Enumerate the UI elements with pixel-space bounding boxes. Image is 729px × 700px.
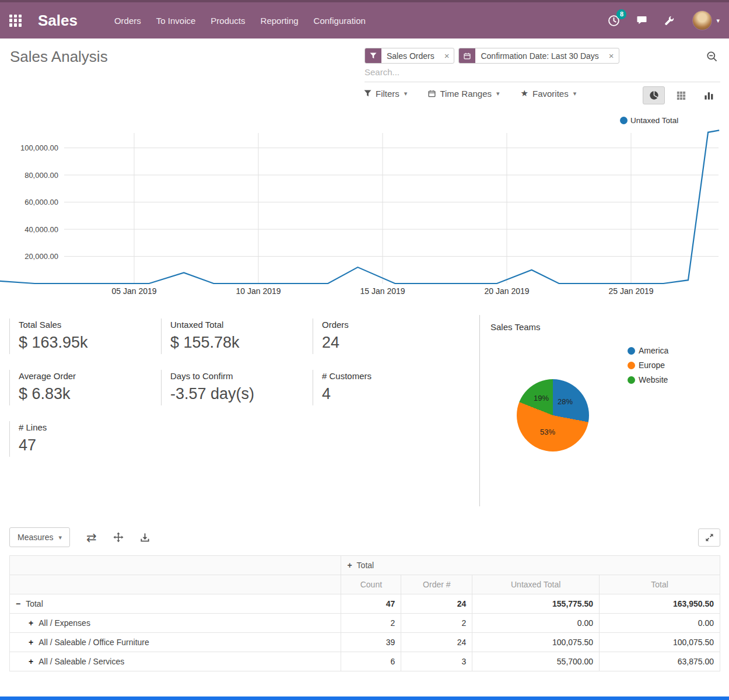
svg-text:10 Jan 2019: 10 Jan 2019 xyxy=(236,286,281,296)
svg-text:20,000.00: 20,000.00 xyxy=(24,252,58,261)
search-zone: Sales Orders × Confirmation Date: Last 3… xyxy=(365,48,720,82)
col-header-total[interactable]: Total xyxy=(600,575,720,594)
tools-wrench-icon[interactable] xyxy=(664,15,675,26)
legend-item-america[interactable]: America xyxy=(628,346,668,355)
sales-teams-legend: America Europe Website xyxy=(628,346,668,390)
pivot-col-group-row: +Total xyxy=(10,556,720,575)
stats-section: Total Sales $ 163.95k Untaxed Total $ 15… xyxy=(0,315,729,506)
chevron-down-icon: ▾ xyxy=(58,534,62,541)
expand-all-icon[interactable] xyxy=(113,532,124,542)
stat-untaxed-total[interactable]: Untaxed Total $ 155.78k xyxy=(161,318,304,354)
app-name[interactable]: Sales xyxy=(38,12,78,30)
expand-arrows-icon xyxy=(705,533,714,542)
filter-controls: Filters ▾ Time Ranges ▾ ★ Favorites ▾ xyxy=(364,88,576,99)
view-pivot-button[interactable] xyxy=(670,86,692,104)
search-input[interactable] xyxy=(365,65,691,79)
col-header-untaxed-total[interactable]: Untaxed Total xyxy=(472,575,600,594)
row-header[interactable]: +All / Saleable / Office Furniture xyxy=(10,633,341,652)
chevron-down-icon: ▾ xyxy=(573,90,577,97)
expand-col-icon[interactable]: + xyxy=(347,561,352,570)
view-graph-button[interactable] xyxy=(698,86,720,104)
view-dashboard-button[interactable] xyxy=(643,86,665,104)
expand-row-icon[interactable]: + xyxy=(29,618,33,628)
bar-chart-icon xyxy=(704,90,714,100)
messages-icon[interactable] xyxy=(636,15,648,26)
activities-count-badge: 8 xyxy=(616,9,626,19)
expand-row-icon[interactable]: + xyxy=(29,638,33,647)
pie-slice-label: 53% xyxy=(540,428,555,436)
table-row-total: −Total 47 24 155,775.50 163,950.50 xyxy=(10,594,720,614)
main-menu: Orders To Invoice Products Reporting Con… xyxy=(107,11,373,30)
stat-customers[interactable]: # Customers 4 xyxy=(313,370,455,405)
legend-item-europe[interactable]: Europe xyxy=(628,360,668,370)
stat-lines[interactable]: # Lines 47 xyxy=(9,421,152,457)
svg-text:100,000.00: 100,000.00 xyxy=(20,144,58,152)
row-header[interactable]: +All / Expenses xyxy=(10,614,341,633)
sales-analysis-page: Sales Orders To Invoice Products Reporti… xyxy=(0,0,729,700)
sales-teams-pie-wrap: 28% 53% 19% xyxy=(517,379,589,452)
stat-orders[interactable]: Orders 24 xyxy=(313,318,455,354)
sales-teams-title: Sales Teams xyxy=(490,322,721,332)
pie-slice-label: 19% xyxy=(534,394,549,402)
activities-clock-icon[interactable]: 8 xyxy=(608,15,620,27)
legend-dot xyxy=(628,376,635,384)
filter-icon xyxy=(364,90,371,97)
favorites-dropdown[interactable]: ★ Favorites ▾ xyxy=(521,88,577,99)
menu-products[interactable]: Products xyxy=(203,11,253,30)
stat-average-order[interactable]: Average Order $ 6.83k xyxy=(9,370,152,405)
chevron-down-icon: ▾ xyxy=(496,90,500,97)
filter-icon xyxy=(365,48,381,63)
user-menu[interactable]: ▾ xyxy=(692,10,720,30)
col-header-count[interactable]: Count xyxy=(341,575,401,594)
svg-text:05 Jan 2019: 05 Jan 2019 xyxy=(111,286,156,296)
expand-row-icon[interactable]: + xyxy=(29,657,33,666)
facet-remove-icon[interactable]: × xyxy=(604,48,619,63)
download-icon[interactable] xyxy=(140,533,150,542)
fullscreen-button[interactable] xyxy=(698,528,720,547)
search-facets: Sales Orders × Confirmation Date: Last 3… xyxy=(365,48,720,64)
facet-sales-orders[interactable]: Sales Orders × xyxy=(365,48,454,64)
pivot-col-group-header[interactable]: +Total xyxy=(341,556,720,575)
search-zoom-out-icon[interactable] xyxy=(706,51,718,65)
time-ranges-dropdown[interactable]: Time Ranges ▾ xyxy=(428,89,499,99)
calendar-icon xyxy=(428,90,436,97)
chart-legend[interactable]: Untaxed Total xyxy=(620,116,678,125)
pie-slice-label: 28% xyxy=(558,397,573,406)
menu-orders[interactable]: Orders xyxy=(107,11,149,30)
table-row-services: +All / Saleable / Services 6 3 55,700.00… xyxy=(10,652,720,671)
sales-teams-panel: Sales Teams 28% 53% 19% America Europe xyxy=(479,315,721,506)
apps-menu-icon[interactable] xyxy=(9,15,22,27)
collapse-row-icon[interactable]: − xyxy=(16,599,20,608)
row-header[interactable]: −Total xyxy=(10,594,341,614)
menu-to-invoice[interactable]: To Invoice xyxy=(149,11,204,30)
user-avatar xyxy=(692,10,712,30)
legend-item-website[interactable]: Website xyxy=(628,375,668,384)
table-grid-icon xyxy=(677,91,686,100)
menu-reporting[interactable]: Reporting xyxy=(253,11,306,30)
pivot-table: +Total Count Order # Untaxed Total Total… xyxy=(9,555,720,671)
measures-button[interactable]: Measures ▾ xyxy=(9,527,70,547)
facet-confirmation-date[interactable]: Confirmation Date: Last 30 Days × xyxy=(458,48,619,64)
menu-configuration[interactable]: Configuration xyxy=(306,11,373,30)
col-header-order[interactable]: Order # xyxy=(401,575,472,594)
filters-dropdown[interactable]: Filters ▾ xyxy=(364,89,407,99)
legend-label: Untaxed Total xyxy=(630,116,678,125)
row-header[interactable]: +All / Saleable / Services xyxy=(10,652,341,671)
facet-remove-icon[interactable]: × xyxy=(440,48,454,63)
user-menu-caret-icon: ▾ xyxy=(716,17,720,24)
chevron-down-icon: ▾ xyxy=(404,90,408,97)
flip-axis-icon[interactable]: ⇄ xyxy=(86,531,97,544)
line-chart-svg[interactable]: 20,000.0040,000.0060,000.0080,000.00100,… xyxy=(0,114,720,296)
svg-text:25 Jan 2019: 25 Jan 2019 xyxy=(608,286,653,296)
sales-teams-pie[interactable] xyxy=(517,379,589,452)
svg-text:15 Jan 2019: 15 Jan 2019 xyxy=(360,286,405,296)
facet-label: Sales Orders xyxy=(381,48,440,63)
pivot-corner-cell xyxy=(10,556,341,575)
pivot-measure-header-row: Count Order # Untaxed Total Total xyxy=(10,575,720,594)
stat-days-to-confirm[interactable]: Days to Confirm -3.57 day(s) xyxy=(161,370,304,405)
calendar-icon xyxy=(459,48,475,63)
table-row-office-furniture: +All / Saleable / Office Furniture 39 24… xyxy=(10,633,720,652)
topbar: Sales Orders To Invoice Products Reporti… xyxy=(0,0,729,38)
stat-total-sales[interactable]: Total Sales $ 163.95k xyxy=(9,318,152,354)
svg-text:80,000.00: 80,000.00 xyxy=(24,171,58,180)
